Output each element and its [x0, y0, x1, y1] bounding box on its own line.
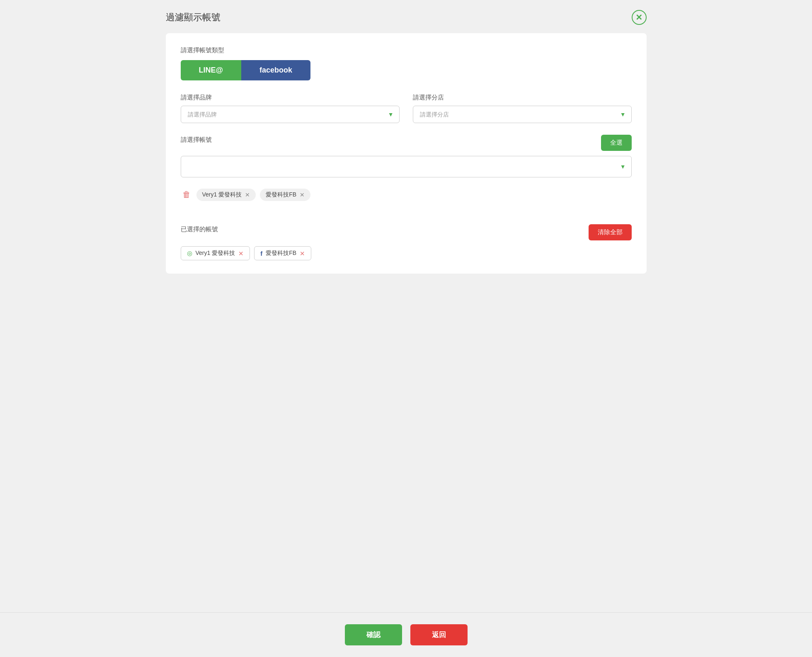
tag-label: 愛發科技FB	[266, 191, 296, 199]
selected-accounts-header: 已選擇的帳號 清除全部	[181, 224, 632, 240]
line-toggle-button[interactable]: LINE@	[181, 60, 242, 80]
tags-area: 🗑 Very1 愛發科技 ✕ 愛發科技FB ✕	[181, 185, 632, 204]
tag-item: 愛發科技FB ✕	[260, 189, 310, 201]
tag-remove-button-1[interactable]: ✕	[300, 192, 305, 198]
clear-all-button[interactable]: 清除全部	[589, 224, 632, 240]
branch-label: 請選擇分店	[413, 94, 632, 102]
facebook-toggle-button[interactable]: facebook	[241, 60, 310, 80]
branch-select[interactable]: 請選擇分店	[413, 106, 632, 123]
branch-group: 請選擇分店 請選擇分店 ▼	[413, 94, 632, 123]
selected-tag-label-1: 愛發科技FB	[266, 250, 296, 257]
account-dropdown-wrapper: ▼	[181, 156, 632, 177]
selected-tag-line: ◎ Very1 愛發科技 ✕	[181, 246, 250, 260]
account-select-label: 請選擇帳號	[181, 136, 212, 144]
selected-tag-label-0: Very1 愛發科技	[196, 250, 235, 257]
confirm-button[interactable]: 確認	[345, 624, 402, 645]
selected-tag-remove-button-1[interactable]: ✕	[300, 250, 305, 257]
select-all-button[interactable]: 全選	[601, 135, 632, 151]
page-title: 過濾顯示帳號	[166, 11, 221, 24]
account-dropdown[interactable]	[181, 156, 632, 177]
trash-icon: 🗑	[182, 190, 191, 199]
selected-accounts-label: 已選擇的帳號	[181, 225, 218, 233]
delete-tags-button[interactable]: 🗑	[181, 188, 192, 201]
fb-platform-icon: f	[260, 250, 262, 257]
line-platform-icon: ◎	[187, 250, 192, 257]
close-button[interactable]: ✕	[632, 10, 647, 25]
account-select-header: 請選擇帳號 全選	[181, 135, 632, 151]
selected-tags-area: ◎ Very1 愛發科技 ✕ f 愛發科技FB ✕	[181, 246, 632, 260]
main-card: 請選擇帳號類型 LINE@ facebook 請選擇品牌 請選擇品牌 ▼ 請選擇…	[166, 33, 647, 274]
branch-select-wrapper: 請選擇分店 ▼	[413, 106, 632, 123]
brand-group: 請選擇品牌 請選擇品牌 ▼	[181, 94, 400, 123]
brand-branch-row: 請選擇品牌 請選擇品牌 ▼ 請選擇分店 請選擇分店 ▼	[181, 94, 632, 123]
account-type-toggle: LINE@ facebook	[181, 60, 311, 80]
brand-select[interactable]: 請選擇品牌	[181, 106, 400, 123]
selected-tag-remove-button-0[interactable]: ✕	[238, 250, 244, 257]
account-type-label: 請選擇帳號類型	[181, 46, 632, 54]
back-button[interactable]: 返回	[410, 624, 468, 645]
selected-tag-fb: f 愛發科技FB ✕	[254, 246, 311, 260]
brand-label: 請選擇品牌	[181, 94, 400, 102]
footer: 確認 返回	[0, 612, 812, 657]
tag-item: Very1 愛發科技 ✕	[196, 189, 256, 201]
tag-label: Very1 愛發科技	[202, 191, 242, 199]
tag-remove-button-0[interactable]: ✕	[245, 192, 250, 198]
brand-select-wrapper: 請選擇品牌 ▼	[181, 106, 400, 123]
